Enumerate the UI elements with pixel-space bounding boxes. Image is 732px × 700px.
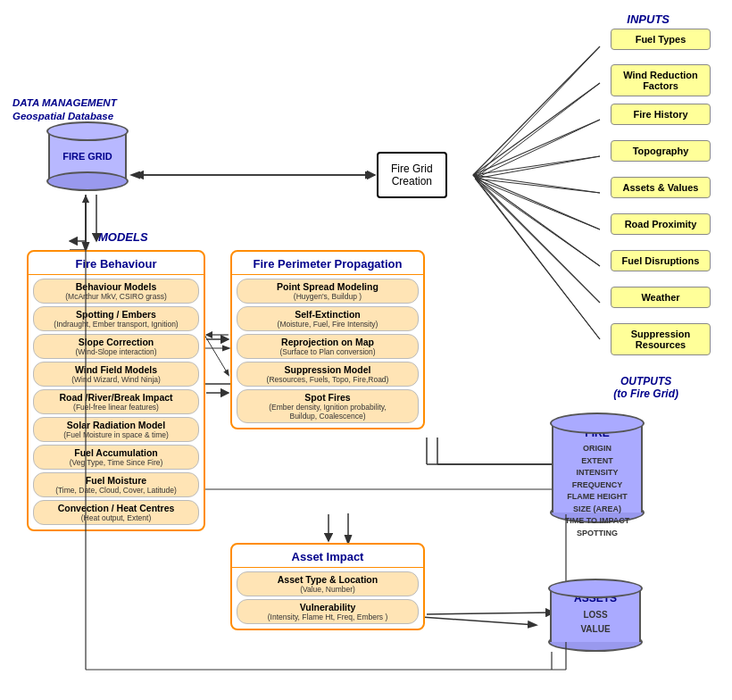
- svg-line-8: [473, 175, 600, 303]
- fire-output-cylinder: FIRE ORIGINEXTENTINTENSITYFREQUENCYFLAME…: [550, 412, 645, 545]
- input-topography: Topography: [611, 140, 711, 162]
- fp-item-reprojection: Reprojection on Map (Surface to Plan con…: [237, 334, 419, 359]
- fb-item-fuel-moisture: Fuel Moisture (Time, Date, Cloud, Cover,…: [33, 472, 199, 497]
- fire-grid-creation-box: Fire GridCreation: [377, 152, 447, 198]
- svg-line-29: [475, 179, 600, 229]
- fb-item-spotting: Spotting / Embers (Indraught, Ember tran…: [33, 306, 199, 331]
- input-weather: Weather: [611, 287, 711, 308]
- fire-grid-cylinder: FIRE GRID: [46, 121, 129, 211]
- svg-line-9: [473, 175, 600, 339]
- svg-line-6: [473, 175, 600, 229]
- input-road-proximity: Road Proximity: [611, 213, 711, 235]
- asset-impact-title: Asset Impact: [232, 545, 423, 568]
- ai-item-asset-type: Asset Type & Location (Value, Number): [237, 571, 419, 596]
- fp-item-self-extinction: Self-Extinction (Moisture, Fuel, Fire In…: [237, 306, 419, 331]
- svg-line-28: [475, 179, 600, 193]
- svg-line-3: [473, 120, 600, 175]
- input-suppression: Suppression Resources: [611, 323, 711, 355]
- fire-behaviour-panel: Fire Behaviour Behaviour Models (McArthu…: [27, 250, 205, 531]
- svg-line-42: [427, 612, 553, 614]
- fire-behaviour-title: Fire Behaviour: [29, 252, 204, 275]
- fb-item-fuel-accum: Fuel Accumulation (Veg Type, Time Since …: [33, 445, 199, 470]
- svg-line-25: [475, 83, 600, 179]
- fb-item-solar: Solar Radiation Model (Fuel Moisture in …: [33, 417, 199, 442]
- svg-line-7: [473, 175, 600, 266]
- svg-line-32: [475, 179, 600, 339]
- svg-line-24: [475, 46, 600, 179]
- fire-perimeter-panel: Fire Perimeter Propagation Point Spread …: [230, 250, 425, 429]
- input-fuel-disruptions: Fuel Disruptions: [611, 250, 711, 271]
- fb-item-convection: Convection / Heat Centres (Heat output, …: [33, 500, 199, 525]
- fire-grid-label: FIRE GRID: [62, 151, 112, 162]
- svg-line-5: [473, 175, 600, 193]
- asset-impact-panel: Asset Impact Asset Type & Location (Valu…: [230, 543, 425, 630]
- outputs-label: OUTPUTS(to Fire Grid): [613, 375, 678, 400]
- input-assets-values: Assets & Values: [611, 177, 711, 198]
- fb-item-slope: Slope Correction (Wind-Slope interaction…: [33, 334, 199, 359]
- svg-line-2: [473, 83, 600, 175]
- fp-item-point-spread: Point Spread Modeling (Huygen's, Buildup…: [237, 279, 419, 304]
- fire-cyl-lines: ORIGINEXTENTINTENSITYFREQUENCYFLAME HEIG…: [565, 443, 630, 539]
- input-wind-reduction: Wind Reduction Factors: [611, 64, 711, 96]
- svg-line-30: [475, 179, 600, 266]
- fp-item-suppression: Suppression Model (Resources, Fuels, Top…: [237, 362, 419, 387]
- models-label: MODELS: [98, 230, 148, 244]
- svg-line-4: [473, 156, 600, 175]
- svg-line-26: [475, 120, 600, 179]
- assets-output-cylinder: ASSETS LOSSVALUE: [548, 579, 643, 671]
- input-fire-history: Fire History: [611, 104, 711, 125]
- fb-item-behaviour-models: Behaviour Models (McArthur MkV, CSIRO gr…: [33, 279, 199, 304]
- diagram: INPUTS DATA MANAGEMENTGeospatial Databas…: [0, 0, 732, 700]
- svg-line-27: [475, 156, 600, 179]
- svg-line-31: [475, 179, 600, 303]
- data-mgmt-label: DATA MANAGEMENTGeospatial Database: [12, 96, 117, 123]
- fb-item-road: Road /River/Break Impact (Fuel-free line…: [33, 389, 199, 414]
- fire-perimeter-title: Fire Perimeter Propagation: [232, 252, 423, 275]
- assets-cyl-lines: LOSSVALUE: [580, 608, 610, 637]
- fb-item-wind-field: Wind Field Models (Wind Wizard, Wind Nin…: [33, 362, 199, 387]
- input-fuel-types: Fuel Types: [611, 29, 711, 50]
- fp-item-spot-fires: Spot Fires (Ember density, Ignition prob…: [237, 389, 419, 423]
- ai-item-vulnerability: Vulnerability (Intensity, Flame Ht, Freq…: [237, 599, 419, 624]
- fire-grid-creation-label: Fire GridCreation: [391, 162, 433, 188]
- inputs-label: INPUTS: [627, 12, 670, 26]
- svg-line-1: [473, 46, 600, 175]
